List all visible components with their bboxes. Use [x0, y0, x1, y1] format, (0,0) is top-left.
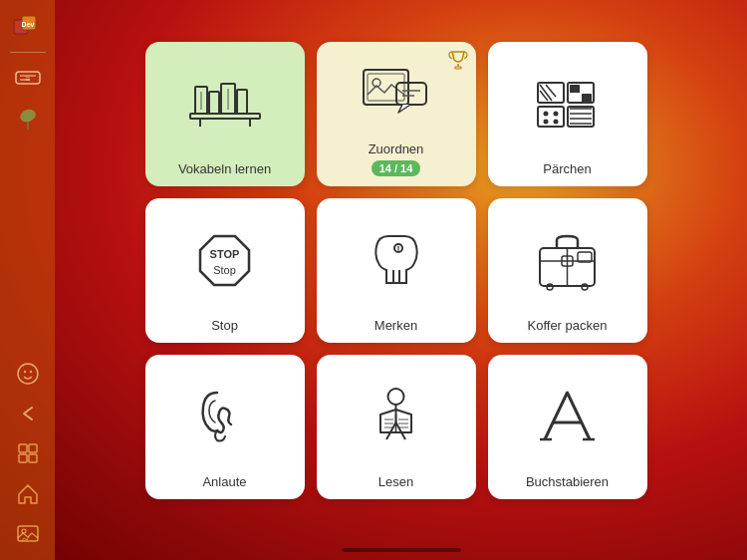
card-zuordnen[interactable]: Zuordnen 14 / 14: [317, 42, 476, 186]
card-merken[interactable]: ! Merken: [317, 198, 476, 343]
svg-point-9: [18, 364, 38, 384]
sidebar-top: Dev ≡: [0, 8, 55, 137]
sidebar-item-home[interactable]: [5, 474, 51, 512]
svg-marker-54: [200, 236, 249, 285]
svg-rect-42: [570, 94, 580, 102]
sidebar-item-emoji[interactable]: [5, 355, 51, 393]
card-vokabeln[interactable]: Vokabeln lernen: [145, 42, 305, 186]
card-parchen[interactable]: Pärchen: [488, 42, 647, 186]
brand-logo[interactable]: Dev: [5, 8, 51, 42]
card-stop[interactable]: STOP Stop Stop: [145, 198, 305, 343]
sidebar: Dev ≡: [0, 0, 55, 560]
pairs-icon: [498, 52, 637, 157]
sidebar-item-grid[interactable]: [5, 434, 51, 472]
svg-rect-12: [19, 444, 27, 452]
svg-point-46: [554, 111, 559, 116]
card-anlaute[interactable]: Anlaute: [145, 355, 305, 499]
svg-point-68: [388, 389, 404, 405]
svg-line-77: [386, 422, 396, 439]
svg-point-17: [22, 529, 26, 533]
card-zuordnen-progress: 14 / 14: [372, 160, 421, 176]
svg-text:≡: ≡: [25, 75, 30, 84]
spell-icon: [498, 365, 637, 470]
sidebar-item-image[interactable]: [5, 514, 51, 552]
read-icon: [327, 365, 466, 470]
svg-rect-20: [209, 92, 219, 114]
svg-rect-29: [364, 70, 408, 105]
svg-rect-30: [368, 74, 404, 101]
sidebar-item-sun[interactable]: ≡: [5, 59, 51, 97]
svg-text:Stop: Stop: [213, 264, 236, 276]
svg-point-48: [554, 119, 559, 124]
card-koffer[interactable]: Koffer packen: [488, 198, 647, 343]
svg-text:Dev: Dev: [21, 21, 34, 28]
svg-rect-13: [29, 444, 37, 452]
picture-assign-icon: [327, 52, 466, 138]
main-content: Vokabeln lernen: [55, 0, 747, 560]
svg-rect-41: [582, 85, 592, 93]
home-indicator: [342, 548, 461, 552]
svg-line-78: [396, 422, 406, 439]
card-lesen-label: Lesen: [378, 474, 413, 489]
svg-rect-44: [538, 107, 564, 127]
card-vokabeln-label: Vokabeln lernen: [178, 161, 271, 176]
books-icon: [155, 52, 295, 157]
remember-icon: !: [327, 208, 466, 314]
svg-rect-28: [455, 67, 461, 69]
svg-rect-32: [396, 83, 426, 105]
svg-point-11: [29, 371, 31, 373]
card-anlaute-label: Anlaute: [202, 474, 246, 489]
svg-point-45: [544, 111, 549, 116]
card-stop-label: Stop: [211, 318, 238, 333]
svg-line-38: [540, 91, 548, 101]
card-merken-label: Merken: [374, 318, 417, 333]
suitcase-icon: [498, 208, 637, 314]
card-zuordnen-label: Zuordnen: [369, 141, 424, 156]
svg-rect-15: [29, 454, 37, 462]
svg-point-10: [23, 371, 25, 373]
card-buchstabieren-label: Buchstabieren: [526, 474, 609, 489]
trophy-badge: [448, 50, 468, 70]
sidebar-bottom: [0, 355, 55, 552]
svg-rect-43: [582, 94, 592, 102]
sidebar-item-leaf[interactable]: [5, 99, 51, 137]
stop-icon: STOP Stop: [155, 208, 295, 314]
sidebar-item-back[interactable]: [5, 395, 51, 432]
svg-rect-40: [570, 85, 580, 93]
ear-icon: [155, 365, 295, 470]
activity-grid: Vokabeln lernen: [145, 42, 647, 499]
svg-text:!: !: [397, 244, 400, 254]
card-koffer-label: Koffer packen: [528, 318, 608, 333]
svg-text:STOP: STOP: [210, 248, 240, 260]
card-buchstabieren[interactable]: Buchstabieren: [488, 355, 647, 499]
svg-point-47: [544, 119, 549, 124]
svg-point-7: [18, 108, 37, 125]
svg-rect-22: [237, 90, 247, 114]
card-lesen[interactable]: Lesen: [317, 355, 476, 499]
card-parchen-label: Pärchen: [543, 161, 591, 176]
svg-rect-14: [19, 454, 27, 462]
sidebar-divider-1: [10, 52, 46, 53]
